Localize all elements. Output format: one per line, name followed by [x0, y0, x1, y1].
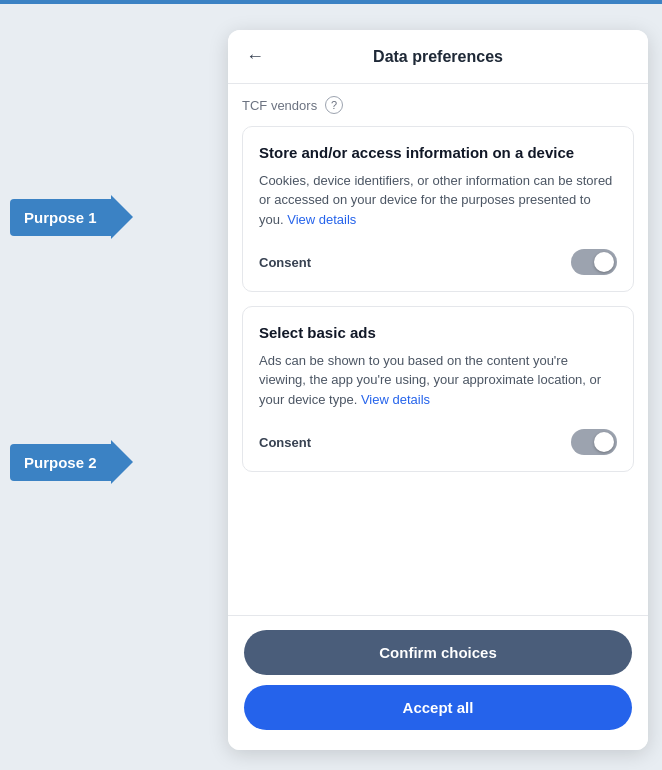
purpose1-view-details-link[interactable]: View details — [287, 212, 356, 227]
modal-header: ← Data preferences — [228, 30, 648, 84]
modal-title: Data preferences — [276, 48, 600, 66]
purpose2-label: Purpose 2 — [10, 444, 111, 481]
confirm-choices-button[interactable]: Confirm choices — [244, 630, 632, 675]
purpose1-consent-label: Consent — [259, 255, 311, 270]
purpose-card-2: Select basic ads Ads can be shown to you… — [242, 306, 634, 472]
data-preferences-modal: ← Data preferences TCF vendors ? Store a… — [228, 30, 648, 750]
modal-footer: Confirm choices Accept all — [228, 615, 648, 750]
purpose1-description: Cookies, device identifiers, or other in… — [259, 171, 617, 230]
tcf-vendors-row: TCF vendors ? — [242, 84, 634, 126]
purpose2-consent-row: Consent — [259, 421, 617, 455]
purpose1-arrow: Purpose 1 — [10, 195, 133, 239]
purpose2-arrowhead — [111, 440, 133, 484]
purpose1-consent-toggle[interactable] — [571, 249, 617, 275]
purpose1-label: Purpose 1 — [10, 199, 111, 236]
purpose2-consent-toggle[interactable] — [571, 429, 617, 455]
purpose2-arrow: Purpose 2 — [10, 440, 133, 484]
accept-all-button[interactable]: Accept all — [244, 685, 632, 730]
purpose2-description: Ads can be shown to you based on the con… — [259, 351, 617, 410]
back-button[interactable]: ← — [246, 46, 264, 67]
purpose-card-1: Store and/or access information on a dev… — [242, 126, 634, 292]
modal-scrollable-content[interactable]: TCF vendors ? Store and/or access inform… — [228, 84, 648, 615]
tcf-vendors-label: TCF vendors — [242, 98, 317, 113]
top-bar — [0, 0, 662, 4]
purpose2-title: Select basic ads — [259, 323, 617, 343]
purpose1-title: Store and/or access information on a dev… — [259, 143, 617, 163]
purpose2-view-details-link[interactable]: View details — [361, 392, 430, 407]
purpose1-arrowhead — [111, 195, 133, 239]
purpose2-consent-label: Consent — [259, 435, 311, 450]
purpose1-consent-row: Consent — [259, 241, 617, 275]
tcf-help-icon[interactable]: ? — [325, 96, 343, 114]
